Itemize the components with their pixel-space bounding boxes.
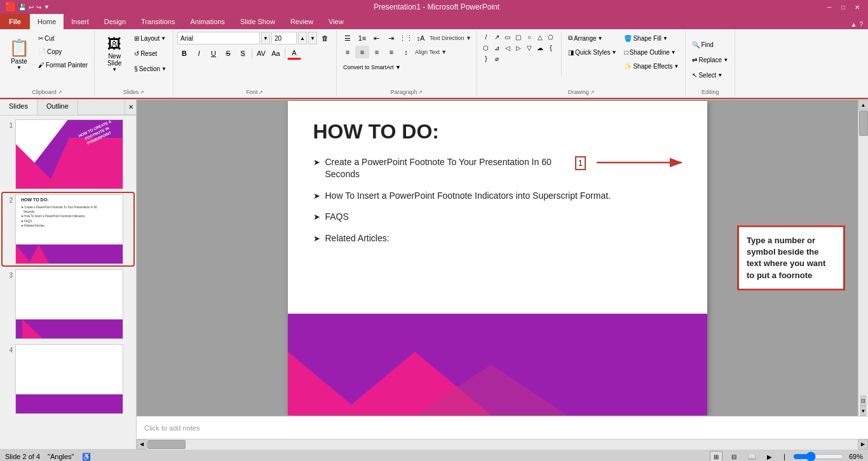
new-slide-dropdown[interactable]: ▼: [112, 67, 117, 72]
tab-design[interactable]: Design: [97, 14, 133, 29]
reset-button[interactable]: ↺ Reset: [132, 47, 169, 60]
slide-thumb-2[interactable]: 2 HOW TO DO: ➤ Create a PowerPoint Footn…: [3, 193, 133, 265]
tab-view[interactable]: View: [321, 14, 351, 29]
slide-thumb-4[interactable]: 4: [3, 343, 133, 415]
shape-oval[interactable]: ○: [524, 32, 534, 42]
panel-close-button[interactable]: ✕: [125, 100, 136, 115]
notes-area[interactable]: Click to add notes: [137, 416, 868, 439]
arrange-button[interactable]: ⧉ Arrange ▼: [566, 32, 620, 44]
slide-show-button[interactable]: ▶: [763, 451, 776, 461]
tab-insert[interactable]: Insert: [64, 14, 97, 29]
slide-thumb-1[interactable]: 1 HOW TO CREATE A FOOTNOTE IN POWERPOINT: [3, 118, 133, 190]
close-button[interactable]: ✕: [851, 2, 863, 12]
accessibility-icon[interactable]: ♿: [82, 453, 91, 461]
cut-button[interactable]: ✂ Cut: [36, 32, 90, 44]
horizontal-scrollbar[interactable]: ◀ ▶: [137, 439, 868, 449]
maximize-button[interactable]: □: [837, 2, 849, 12]
find-button[interactable]: 🔍 Find: [689, 38, 715, 51]
shape-misc3[interactable]: ▷: [513, 43, 524, 53]
scroll-fit-button[interactable]: ⊡: [860, 396, 866, 406]
indent-increase-button[interactable]: ⇥: [384, 32, 398, 44]
scroll-left-button[interactable]: ◀: [137, 439, 147, 450]
normal-view-button[interactable]: ⊞: [710, 451, 722, 461]
align-left-button[interactable]: ≡: [341, 46, 355, 58]
paste-dropdown[interactable]: ▼: [17, 65, 22, 70]
slides-expand-icon[interactable]: ↗: [140, 90, 144, 95]
numbering-button[interactable]: 1≡: [355, 32, 369, 44]
paste-button[interactable]: 📋 Paste ▼: [4, 32, 34, 76]
shape-hex[interactable]: ⬡: [481, 43, 491, 53]
paragraph-expand-icon[interactable]: ↗: [418, 90, 423, 95]
align-center-button[interactable]: ≡: [355, 46, 369, 58]
char-spacing-button[interactable]: AV: [254, 47, 268, 60]
scroll-down-button[interactable]: ▼: [860, 406, 867, 416]
tab-transitions[interactable]: Transitions: [133, 14, 182, 29]
shape-misc5[interactable]: ☁: [535, 43, 545, 53]
drawing-expand-icon[interactable]: ↗: [590, 90, 595, 95]
shape-misc6[interactable]: {: [546, 43, 556, 53]
new-slide-button[interactable]: 🖼 NewSlide ▼: [98, 32, 130, 76]
copy-button[interactable]: 📄 Copy: [36, 45, 90, 58]
shape-line[interactable]: /: [481, 32, 491, 42]
shadow-button[interactable]: S: [236, 47, 250, 60]
right-scrollbar[interactable]: ▲ ⊡ ▼: [858, 100, 868, 416]
layout-button[interactable]: ⊞ Layout ▼: [132, 32, 169, 44]
shape-rounded-rect[interactable]: ▢: [513, 32, 524, 42]
columns-button[interactable]: ⋮⋮: [399, 32, 413, 44]
font-size-increase[interactable]: ▲: [298, 32, 307, 44]
qat-customize[interactable]: ▼: [44, 4, 50, 10]
bullets-button[interactable]: ☰: [341, 32, 355, 44]
text-direction-button[interactable]: ↕A: [414, 32, 428, 44]
shape-misc8[interactable]: ⌀: [492, 53, 502, 63]
quick-styles-button[interactable]: ◨ Quick Styles ▼: [566, 46, 620, 58]
scroll-thumb-right[interactable]: [859, 110, 868, 136]
shape-misc2[interactable]: ◁: [503, 43, 513, 53]
tab-review[interactable]: Review: [283, 14, 321, 29]
font-size-input[interactable]: [271, 32, 297, 44]
font-size-decrease[interactable]: ▼: [308, 32, 317, 44]
strikethrough-button[interactable]: S: [221, 47, 235, 60]
tab-animations[interactable]: Animations: [182, 14, 232, 29]
convert-smartart-button[interactable]: Convert to SmartArt ▼: [341, 61, 403, 74]
clipboard-expand-icon[interactable]: ↗: [58, 90, 62, 95]
font-color-button[interactable]: A: [287, 47, 301, 60]
shape-arrow[interactable]: ↗: [492, 32, 502, 42]
font-name-input[interactable]: [177, 32, 260, 44]
shape-fill-button[interactable]: 🪣 Shape Fill ▼: [621, 32, 681, 44]
italic-button[interactable]: I: [192, 47, 206, 60]
clear-format-button[interactable]: 🗑: [318, 32, 332, 44]
justify-button[interactable]: ≡: [384, 46, 398, 58]
outline-tab[interactable]: Outline: [37, 100, 78, 115]
section-button[interactable]: § Section ▼: [132, 62, 169, 75]
change-case-button[interactable]: Aa: [269, 47, 283, 60]
replace-button[interactable]: ⇄ Replace ▼: [689, 53, 731, 66]
underline-button[interactable]: U: [207, 47, 220, 60]
qat-redo[interactable]: ↪: [36, 4, 41, 11]
shape-rect[interactable]: ▭: [503, 32, 513, 42]
shape-effects-button[interactable]: ✨ Shape Effects ▼: [621, 60, 681, 72]
align-right-button[interactable]: ≡: [370, 46, 384, 58]
slide-sorter-button[interactable]: ⊟: [728, 451, 740, 461]
shape-outline-button[interactable]: □ Shape Outline ▼: [621, 46, 681, 58]
zoom-slider[interactable]: [793, 453, 844, 460]
scroll-up-button[interactable]: ▲: [858, 100, 869, 110]
select-button[interactable]: ↖ Select ▼: [689, 69, 725, 81]
shape-pentagon[interactable]: ⬠: [546, 32, 556, 42]
line-spacing-button[interactable]: ↕: [399, 46, 413, 58]
tab-file[interactable]: File: [0, 14, 30, 29]
format-painter-button[interactable]: 🖌 Format Painter: [36, 58, 90, 71]
h-scroll-thumb[interactable]: [147, 440, 186, 449]
shape-triangle[interactable]: △: [535, 32, 545, 42]
font-name-dropdown[interactable]: ▼: [261, 32, 270, 44]
font-expand-icon[interactable]: ↗: [259, 90, 263, 95]
bold-button[interactable]: B: [177, 47, 191, 60]
tab-home[interactable]: Home: [30, 14, 64, 29]
scroll-right-button[interactable]: ▶: [858, 439, 868, 450]
help-icon[interactable]: ?: [859, 21, 863, 28]
qat-save[interactable]: 💾: [18, 4, 26, 11]
canvas-area[interactable]: HOW TO DO: Create a PowerPoint Footnote …: [137, 100, 858, 416]
shape-misc7[interactable]: }: [481, 53, 491, 63]
indent-decrease-button[interactable]: ⇤: [370, 32, 384, 44]
ribbon-collapse[interactable]: ▲: [851, 21, 857, 28]
reading-view-button[interactable]: 📖: [745, 451, 758, 461]
